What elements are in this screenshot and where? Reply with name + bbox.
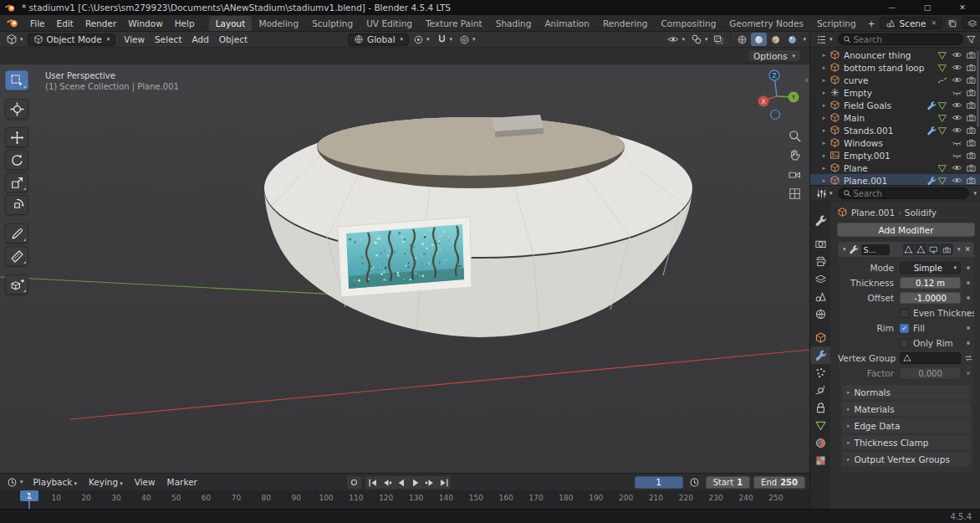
close-button[interactable]: ✕ (945, 0, 980, 15)
options-button[interactable]: Options▾ (748, 49, 801, 62)
subpanel-normals[interactable]: ▸Normals (842, 385, 970, 399)
viewport-menu-object[interactable]: Object (214, 33, 253, 45)
next-key-button[interactable] (422, 476, 436, 489)
only-rim-checkbox[interactable] (900, 339, 909, 348)
navigation-gizmo[interactable]: Z Y X (749, 67, 804, 122)
pivot-point-selector[interactable]: ▾ (411, 33, 432, 46)
modifier-header[interactable]: ▾ S... ▾ ✕ (838, 242, 974, 257)
disclosure-icon[interactable]: ▸ (820, 90, 828, 96)
disclosure-icon[interactable]: ▸ (820, 115, 828, 121)
maximize-button[interactable]: □ (910, 0, 945, 15)
shading-wireframe-button[interactable] (734, 33, 750, 46)
proportional-editing-toggle[interactable]: ▾ (457, 33, 478, 46)
disclosure-icon[interactable]: ▸ (820, 102, 828, 109)
hide-in-viewport-toggle[interactable] (951, 74, 963, 85)
blender-menu-button[interactable] (5, 17, 24, 29)
workspace-tab-texture-paint[interactable]: Texture Paint (419, 16, 489, 31)
vertex-group-field[interactable] (900, 352, 961, 364)
render-display-toggle[interactable] (941, 244, 953, 255)
workspace-tab-animation[interactable]: Animation (538, 16, 596, 31)
workspace-tab-sculpting[interactable]: Sculpting (305, 16, 360, 31)
modifier-name-field[interactable]: S... (861, 244, 890, 255)
filter-icon[interactable] (966, 34, 977, 45)
outliner-row-plane-001[interactable]: ▸Plane.001 (810, 174, 980, 186)
viewport-menu-add[interactable]: Add (187, 33, 214, 45)
properties-tab-view-layer[interactable] (810, 270, 830, 288)
show-on-cage-toggle[interactable] (903, 244, 916, 255)
workspace-tab-uv-editing[interactable]: UV Editing (360, 16, 419, 31)
properties-tab-modifiers[interactable] (810, 346, 830, 364)
offset-field[interactable]: -1.0000 (900, 292, 961, 304)
fill-checkbox[interactable] (900, 324, 909, 333)
modifier-extras-icon[interactable]: ▾ (957, 246, 961, 253)
show-in-editmode-toggle[interactable] (916, 244, 928, 255)
viewlayer-selector[interactable]: ViewLayer ✕ (962, 17, 980, 29)
disclosure-icon[interactable]: ▸ (820, 127, 828, 134)
hide-in-viewport-toggle[interactable] (951, 137, 963, 148)
workspace-tab-scripting[interactable]: Scripting (810, 16, 863, 31)
even-thickness-checkbox[interactable] (900, 309, 909, 318)
tool-annotate[interactable] (5, 223, 28, 244)
menu-file[interactable]: File (24, 18, 51, 29)
outliner-row-anouncer-thing[interactable]: ▸Anouncer thing (810, 49, 980, 61)
skip-end-button[interactable] (436, 476, 451, 489)
expand-panel-icon[interactable]: ▾ (843, 246, 846, 253)
properties-tab-texture[interactable] (810, 452, 830, 469)
properties-tab-tool[interactable] (810, 212, 830, 229)
nav-grid-ortho-button[interactable] (787, 186, 802, 201)
minimize-button[interactable]: — (875, 0, 910, 15)
shading-rendered-button[interactable] (784, 33, 800, 46)
axis-neg-z-ball[interactable] (771, 110, 780, 120)
outliner-row-field-goals[interactable]: ▸Field Goals (810, 99, 980, 111)
properties-tab-output[interactable] (810, 253, 830, 270)
tool-tweak-select[interactable] (5, 70, 28, 90)
disable-in-renders-toggle[interactable] (965, 87, 977, 98)
disable-in-renders-toggle[interactable] (965, 175, 977, 186)
viewport-menu-select[interactable]: Select (150, 33, 186, 45)
properties-tab-object[interactable] (810, 329, 830, 346)
tool-cursor[interactable] (5, 99, 28, 119)
subpanel-materials[interactable]: ▸Materials (842, 402, 970, 416)
scrollbar[interactable] (977, 50, 979, 127)
disable-in-renders-toggle[interactable] (965, 62, 977, 73)
animate-property-dot[interactable] (967, 372, 970, 375)
outliner-search-field[interactable]: Search (838, 33, 963, 45)
sidebar-expand-arrow[interactable]: ‹ (805, 74, 809, 85)
use-preview-range-button[interactable] (687, 475, 702, 489)
tool-measure[interactable] (5, 246, 28, 266)
unlink-scene-icon[interactable]: ✕ (931, 19, 937, 27)
workspace-tab-layout[interactable]: Layout (209, 16, 253, 31)
remove-modifier-icon[interactable]: ✕ (964, 245, 971, 254)
outliner-row-plane[interactable]: ▸Plane (810, 162, 980, 174)
breadcrumb-modifier[interactable]: Solidify (905, 208, 937, 218)
nav-camera-view-button[interactable] (787, 167, 802, 182)
animate-property-dot[interactable] (967, 266, 970, 269)
tool-scale[interactable] (5, 172, 28, 192)
hide-in-viewport-toggle[interactable] (951, 112, 963, 123)
subpanel-thickness-clamp[interactable]: ▸Thickness Clamp (842, 435, 970, 449)
animate-property-dot[interactable] (967, 326, 970, 330)
outliner-row-empty-001[interactable]: ▸Empty.001 (810, 149, 980, 162)
disable-in-renders-toggle[interactable] (965, 49, 977, 60)
end-frame-field[interactable]: End250 (753, 476, 805, 489)
properties-tab-object-data[interactable] (810, 417, 830, 434)
hide-in-viewport-toggle[interactable] (951, 87, 963, 98)
current-frame-field[interactable]: 1 (635, 476, 683, 489)
hide-in-viewport-toggle[interactable] (951, 100, 963, 110)
disable-in-renders-toggle[interactable] (965, 162, 977, 173)
disable-in-renders-toggle[interactable] (965, 125, 977, 136)
viewport-menu-view[interactable]: View (119, 33, 150, 45)
properties-tab-material[interactable] (810, 434, 830, 452)
chevron-down-icon[interactable]: ▾ (803, 36, 806, 43)
tool-add-cube[interactable] (5, 274, 28, 295)
snapping-toggle[interactable]: ▾ (434, 33, 456, 46)
disclosure-icon[interactable]: ▸ (820, 77, 828, 84)
factor-field[interactable]: 0.000 (900, 367, 961, 379)
start-frame-field[interactable]: Start1 (706, 476, 750, 489)
disable-in-renders-toggle[interactable] (965, 137, 977, 148)
subpanel-edge-data[interactable]: ▸Edge Data (842, 418, 970, 433)
editor-type-button[interactable]: ▾ (814, 33, 835, 46)
hide-in-viewport-toggle[interactable] (951, 162, 963, 173)
editor-type-button[interactable]: ▾ (4, 475, 26, 489)
menu-help[interactable]: Help (169, 18, 201, 29)
